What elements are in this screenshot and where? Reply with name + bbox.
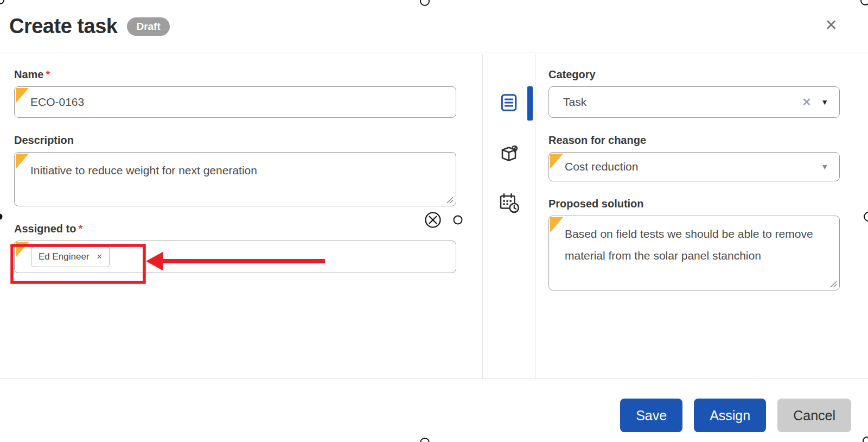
reason-select[interactable]: Cost reduction ▼ [548, 152, 840, 181]
assignee-chip[interactable]: Ed Engineer × [31, 247, 110, 267]
form-tab[interactable] [483, 93, 535, 112]
proposed-solution-textarea[interactable]: Based on field tests we should be able t… [548, 216, 840, 291]
description-label: Description [14, 134, 456, 147]
cancel-button[interactable]: Cancel [777, 399, 851, 432]
name-label: Name* [14, 68, 456, 81]
item-link-tab[interactable] [483, 142, 535, 165]
assigned-to-field-group: Assigned to* Ed Engineer × [14, 223, 456, 273]
schedule-tab[interactable] [483, 191, 535, 214]
category-select[interactable]: Task ✕ ▼ [548, 86, 840, 118]
chip-remove-icon[interactable]: × [97, 252, 102, 262]
assign-button[interactable]: Assign [694, 399, 766, 432]
reason-field-group: Reason for change Cost reduction ▼ [548, 134, 840, 181]
assignee-chip-label: Ed Engineer [39, 251, 90, 262]
chevron-down-icon[interactable]: ▼ [821, 162, 828, 171]
assigned-to-label: Assigned to* [14, 223, 456, 235]
assigned-to-label-text: Assigned to [14, 223, 76, 235]
name-label-text: Name [14, 68, 43, 80]
category-value: Task [549, 96, 586, 109]
side-tab-strip [483, 54, 535, 378]
left-form-panel: Name* ECO-0163 Description Initiative to… [0, 54, 483, 378]
category-field-group: Category Task ✕ ▼ [548, 68, 840, 118]
dialog-body: Name* ECO-0163 Description Initiative to… [0, 54, 868, 379]
resize-handle-icon[interactable] [830, 281, 837, 288]
dialog-footer: Save Assign Cancel [620, 399, 851, 432]
required-asterisk: * [46, 68, 50, 80]
item-link-icon [497, 142, 520, 165]
proposed-solution-value: Based on field tests we should be able t… [549, 216, 839, 267]
category-select-icons: ✕ ▼ [802, 96, 839, 109]
description-textarea[interactable]: Initiative to reduce weight for next gen… [14, 152, 456, 206]
reason-select-icons: ▼ [821, 162, 839, 171]
clear-selection-icon[interactable]: ✕ [802, 96, 811, 109]
status-badge: Draft [127, 17, 169, 36]
description-field-group: Description Initiative to reduce weight … [14, 134, 456, 206]
category-label: Category [548, 68, 840, 81]
dialog-header: Create task Draft [0, 0, 868, 53]
right-form-panel: Category Task ✕ ▼ Reason for change Cost… [535, 54, 868, 378]
required-asterisk: * [78, 223, 82, 235]
assigned-to-input[interactable]: Ed Engineer × [14, 241, 456, 273]
save-button[interactable]: Save [620, 399, 682, 432]
chevron-down-icon[interactable]: ▼ [821, 98, 828, 106]
resize-handle-icon[interactable] [446, 197, 454, 204]
name-field-group: Name* ECO-0163 [14, 68, 456, 118]
page-title: Create task [9, 15, 117, 38]
close-icon[interactable]: × [821, 15, 841, 35]
description-value: Initiative to reduce weight for next gen… [15, 153, 268, 181]
calendar-clock-icon [497, 191, 520, 214]
proposed-solution-field-group: Proposed solution Based on field tests w… [548, 198, 840, 291]
proposed-solution-label: Proposed solution [548, 198, 840, 210]
name-input[interactable]: ECO-0163 [14, 86, 456, 118]
reason-value: Cost reduction [549, 160, 638, 173]
reason-label: Reason for change [548, 134, 840, 147]
name-value: ECO-0163 [15, 96, 84, 109]
form-icon [499, 93, 519, 112]
